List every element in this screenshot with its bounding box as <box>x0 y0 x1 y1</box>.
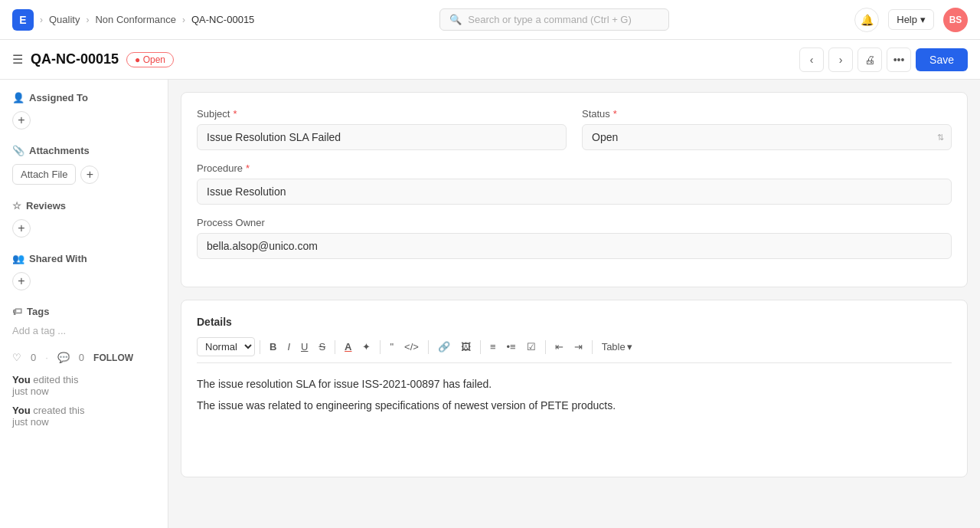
assigned-to-header: 👤 Assigned To <box>12 92 155 103</box>
comments-count: 0 <box>79 352 84 363</box>
activity-actor-1: You <box>12 374 31 385</box>
activity-time-2: just now <box>12 416 49 428</box>
shared-with-section: 👥 Shared With + <box>12 253 155 290</box>
process-owner-input[interactable] <box>197 233 952 259</box>
status-label: Status * <box>582 108 952 120</box>
page-title: QA-NC-00015 <box>31 51 119 67</box>
form-card: Subject * Status * OpenIn ProgressClosed <box>181 92 968 287</box>
details-card: Details Normal B I U S A ✦ " </> 🔗 🖼 ≡ •… <box>181 300 968 477</box>
status-text: Open <box>143 54 165 65</box>
toolbar-sep-6 <box>545 340 546 354</box>
help-label: Help <box>897 14 917 25</box>
text-color-button[interactable]: A <box>340 338 356 356</box>
person-icon: 👤 <box>12 92 24 103</box>
app-icon[interactable]: E <box>12 9 34 31</box>
breadcrumb-sep-3: › <box>182 15 185 25</box>
attachments-section: 📎 Attachments Attach File + <box>12 145 155 185</box>
attach-file-row: Attach File + <box>12 164 155 185</box>
user-avatar[interactable]: BS <box>943 8 968 32</box>
activity-section: ♡ 0 · 💬 0 FOLLOW You edited this just no… <box>12 352 155 428</box>
toolbar-sep-4 <box>428 340 429 354</box>
content-area: Subject * Status * OpenIn ProgressClosed <box>168 80 980 528</box>
table-button[interactable]: Table ▾ <box>597 338 637 356</box>
editor-content[interactable]: The issue resolution SLA for issue ISS-2… <box>197 369 952 461</box>
share-icon: 👥 <box>12 253 24 264</box>
attachments-label: Attachments <box>29 145 90 156</box>
likes-count: 0 <box>31 352 36 363</box>
blockquote-button[interactable]: " <box>385 338 398 356</box>
help-chevron-icon: ▾ <box>920 14 926 25</box>
add-tag-input[interactable]: Add a tag ... <box>12 325 155 336</box>
process-owner-group: Process Owner <box>197 217 952 259</box>
tag-icon: 🏷 <box>12 306 22 317</box>
toolbar-sep-7 <box>592 340 593 354</box>
code-button[interactable]: </> <box>400 338 423 356</box>
add-review-button[interactable]: + <box>12 219 31 238</box>
assigned-to-section: 👤 Assigned To + <box>12 92 155 130</box>
activity-log: You edited this just now You created thi… <box>12 374 155 428</box>
outdent-button[interactable]: ⇤ <box>550 338 568 356</box>
next-button[interactable]: › <box>828 48 853 72</box>
add-attachment-button[interactable]: + <box>80 166 99 184</box>
print-button[interactable]: 🖨 <box>858 48 882 72</box>
status-badge: ● Open <box>126 52 174 67</box>
activity-actor-2: You <box>12 405 31 416</box>
status-group: Status * OpenIn ProgressClosed <box>582 108 952 150</box>
paperclip-icon: 📎 <box>12 145 24 156</box>
tags-label: Tags <box>27 306 49 317</box>
attach-file-button[interactable]: Attach File <box>12 164 76 185</box>
link-button[interactable]: 🔗 <box>433 338 455 356</box>
subject-input[interactable] <box>197 124 567 150</box>
search-placeholder: Search or type a command (Ctrl + G) <box>468 14 632 25</box>
activity-entry-1: You edited this just now <box>12 374 155 397</box>
likes-icon: ♡ <box>12 352 21 363</box>
breadcrumb-quality[interactable]: Quality <box>49 14 80 25</box>
toolbar-sep-3 <box>380 340 381 354</box>
task-list-button[interactable]: ☑ <box>522 338 541 356</box>
activity-entry-2: You created this just now <box>12 405 155 428</box>
image-button[interactable]: 🖼 <box>456 338 475 356</box>
help-button[interactable]: Help ▾ <box>888 9 934 30</box>
underline-button[interactable]: U <box>296 338 312 356</box>
procedure-label: Procedure * <box>197 162 952 174</box>
bold-button[interactable]: B <box>265 338 281 356</box>
toolbar-sep-1 <box>260 340 260 354</box>
comments-icon: 💬 <box>57 352 70 363</box>
prev-button[interactable]: ‹ <box>799 48 824 72</box>
top-navigation: E › Quality › Non Conformance › QA-NC-00… <box>0 0 980 40</box>
process-owner-row: Process Owner <box>197 217 952 259</box>
add-assigned-button[interactable]: + <box>12 111 31 130</box>
main-layout: 👤 Assigned To + 📎 Attachments Attach Fil… <box>0 80 980 528</box>
top-nav-right: 🔔 Help ▾ BS <box>854 8 968 32</box>
notifications-button[interactable]: 🔔 <box>854 8 879 32</box>
reviews-label: Reviews <box>26 200 66 212</box>
follow-button[interactable]: FOLLOW <box>93 353 133 363</box>
breadcrumb-nonconformance[interactable]: Non Conformance <box>95 14 176 25</box>
process-owner-label: Process Owner <box>197 217 952 228</box>
shared-with-header: 👥 Shared With <box>12 253 155 264</box>
page-header-left: ☰ QA-NC-00015 ● Open <box>12 51 174 67</box>
hamburger-icon[interactable]: ☰ <box>12 52 23 67</box>
strikethrough-button[interactable]: S <box>314 338 330 356</box>
status-select[interactable]: OpenIn ProgressClosed <box>582 124 952 150</box>
indent-button[interactable]: ⇥ <box>570 338 587 356</box>
activity-row: ♡ 0 · 💬 0 FOLLOW <box>12 352 155 363</box>
procedure-input[interactable] <box>197 179 952 205</box>
italic-button[interactable]: I <box>283 338 295 356</box>
more-options-button[interactable]: ••• <box>887 48 911 72</box>
highlight-button[interactable]: ✦ <box>358 338 375 356</box>
status-dot: ● <box>135 54 143 65</box>
add-shared-button[interactable]: + <box>12 272 31 290</box>
ordered-list-button[interactable]: ≡ <box>485 338 501 356</box>
assigned-to-label: Assigned To <box>29 92 88 103</box>
reviews-section: ☆ Reviews + <box>12 200 155 238</box>
procedure-group: Procedure * <box>197 162 952 205</box>
search-box[interactable]: 🔍 Search or type a command (Ctrl + G) <box>439 8 669 31</box>
table-chevron-icon: ▾ <box>627 341 632 353</box>
save-button[interactable]: Save <box>916 48 968 71</box>
bullet-list-button[interactable]: •≡ <box>501 338 520 356</box>
details-label: Details <box>197 316 952 328</box>
activity-action-2: created this <box>33 405 84 416</box>
style-select[interactable]: Normal <box>197 337 255 356</box>
status-select-wrapper: OpenIn ProgressClosed <box>582 124 952 150</box>
